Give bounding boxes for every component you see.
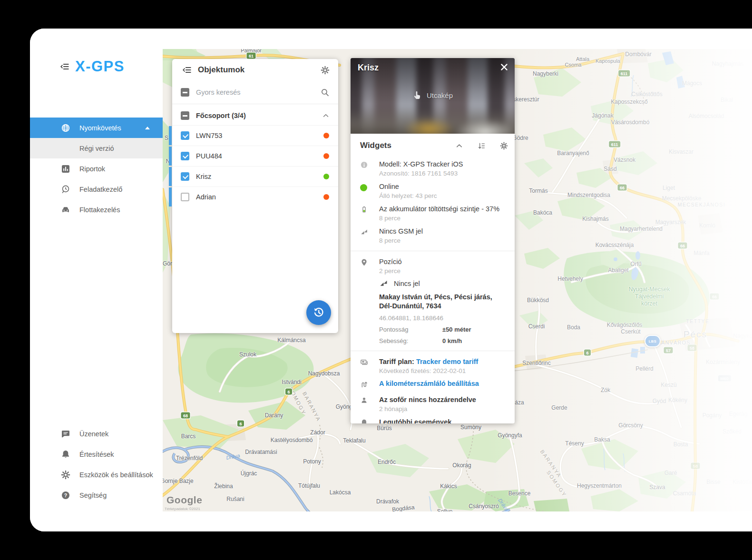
help-icon xyxy=(61,491,70,500)
device-id: Azonosító: 1816 7161 5493 xyxy=(379,170,505,177)
tracker-popup: Krisz Utcakép Widgets Modell: X-GPS Trac… xyxy=(351,58,515,423)
coordinates[interactable]: 46.064881, 18.168646 xyxy=(379,314,505,322)
collapse-panel-icon[interactable] xyxy=(182,65,192,75)
battery-icon xyxy=(360,206,368,214)
sidebar-item-label: Eszközök és beállítások xyxy=(79,471,153,479)
tracker-position-marker[interactable]: LBS xyxy=(645,335,661,347)
object-label: Adrian xyxy=(196,193,216,201)
street-view-button[interactable]: Utcakép xyxy=(351,90,515,100)
sidebar-item-label: Üzenetek xyxy=(79,430,108,438)
widget-device: Modell: X-GPS Tracker iOS Azonosító: 181… xyxy=(351,157,515,180)
tariff-card-icon xyxy=(360,358,368,366)
task-icon xyxy=(61,185,70,194)
info-icon xyxy=(360,161,368,169)
sidebar-item-label: Feladatkezelő xyxy=(79,186,122,193)
object-label: LWN753 xyxy=(196,132,222,139)
object-row-Adrian[interactable]: Adrian xyxy=(172,187,338,207)
no-signal-icon xyxy=(379,279,388,288)
select-all-checkbox[interactable] xyxy=(181,88,189,97)
bell-icon xyxy=(61,450,70,459)
history-button[interactable] xyxy=(306,300,331,325)
group-checkbox[interactable] xyxy=(181,111,189,120)
route-badge: M60 xyxy=(718,375,731,382)
accuracy-row: Pontosság ±50 méter xyxy=(379,326,505,333)
objects-list: LWN753PUU484KriszAdrian xyxy=(172,125,338,207)
sidebar-item-reports[interactable]: Riportok xyxy=(30,158,163,179)
sidebar-item-help[interactable]: Segítség xyxy=(30,485,163,505)
route-badge: 6 xyxy=(285,389,292,395)
caret-up-icon xyxy=(145,127,150,129)
widgets-title: Widgets xyxy=(360,141,391,150)
route-badge: 58 xyxy=(687,345,696,351)
gps-signal-status: Nincs jel xyxy=(394,280,420,287)
driver-status: Az sofőr nincs hozzárendelve xyxy=(379,395,505,404)
sidebar-item-messages[interactable]: Üzenetek xyxy=(30,423,163,444)
sidebar-nav: NyomkövetésRégi verzióRiportokFeladatkez… xyxy=(30,118,163,220)
sidebar-item-tracking[interactable]: Nyomkövetés xyxy=(30,118,163,138)
history-icon xyxy=(313,307,324,318)
search-input[interactable] xyxy=(196,88,321,96)
no-gsm-signal-icon xyxy=(360,228,368,236)
object-checkbox[interactable] xyxy=(181,152,189,160)
object-status-dot xyxy=(323,133,329,138)
sidebar-item-label: Segítség xyxy=(79,491,107,499)
route-badge: 68 xyxy=(181,413,190,419)
collapse-widgets-icon[interactable] xyxy=(455,142,463,150)
battery-updated: 8 perce xyxy=(379,215,505,222)
car-icon xyxy=(61,205,70,215)
object-status-dot xyxy=(323,174,329,179)
widgets-header: Widgets xyxy=(351,134,515,157)
objects-settings-gear-icon[interactable] xyxy=(321,66,330,75)
object-checkbox[interactable] xyxy=(181,193,189,201)
object-row-Krisz[interactable]: Krisz xyxy=(172,166,338,187)
object-checkbox[interactable] xyxy=(181,131,189,140)
object-checkbox[interactable] xyxy=(181,172,189,181)
object-label: PUU484 xyxy=(196,152,222,160)
sidebar-item-old-version[interactable]: Régi verzió xyxy=(30,138,163,158)
speed-value: 0 km/h xyxy=(442,337,462,344)
widget-battery: Az akkumulátor töltöttségi szintje - 37%… xyxy=(351,202,515,225)
status-duration: Álló helyzet: 43 perc xyxy=(379,192,505,200)
app-logo: X-GPS xyxy=(75,58,125,75)
sidebar-item-label: Értesítések xyxy=(79,451,114,458)
search-icon[interactable] xyxy=(321,88,330,97)
route-badge: 58 xyxy=(691,463,700,469)
objects-panel-header: Objektumok xyxy=(172,59,338,81)
sidebar-item-label: Riportok xyxy=(79,165,105,173)
street-view-label: Utcakép xyxy=(427,91,453,99)
route-badge: 611 xyxy=(609,141,620,147)
gps-signal-row: Nincs jel xyxy=(379,279,505,288)
object-row-PUU484[interactable]: PUU484 xyxy=(172,146,338,166)
street-view-preview[interactable]: Krisz Utcakép xyxy=(351,58,515,134)
sidebar-item-tasks[interactable]: Feladatkezelő xyxy=(30,179,163,199)
tariff-link[interactable]: Tracker demo tariff xyxy=(416,358,479,365)
sidebar-item-settings[interactable]: Eszközök és beállítások xyxy=(30,464,163,485)
objects-search-row xyxy=(172,81,338,104)
reorder-widgets-icon[interactable] xyxy=(478,142,486,150)
odometer-route-icon xyxy=(360,381,368,389)
odometer-settings-link[interactable]: A kilométerszámláló beállítása xyxy=(379,380,505,387)
tracker-title: Krisz xyxy=(358,63,379,73)
sidebar-item-label: Nyomkövetés xyxy=(79,124,121,132)
route-badge: 66 xyxy=(678,243,687,249)
collapse-menu-icon[interactable] xyxy=(60,62,69,71)
location-pin-icon xyxy=(360,258,368,266)
object-group-row[interactable]: Főcsoport (3/4) xyxy=(172,106,338,125)
battery-level: Az akkumulátor töltöttségi szintje - 37% xyxy=(379,205,505,213)
sidebar-item-label: Flottakezelés xyxy=(79,206,120,214)
google-logo: Google xyxy=(166,494,202,506)
chevron-up-icon[interactable] xyxy=(322,112,330,119)
widget-tariff: Tariff plan: Tracker demo tariff Követke… xyxy=(351,355,515,377)
speed-label: Sebesség: xyxy=(379,337,442,344)
close-icon[interactable] xyxy=(500,63,508,71)
object-row-LWN753[interactable]: LWN753 xyxy=(172,125,338,146)
object-label: Krisz xyxy=(196,173,211,180)
route-badge: 66 xyxy=(617,185,626,191)
widget-odometer: A kilométerszámláló beállítása xyxy=(351,377,515,393)
widgets-settings-gear-icon[interactable] xyxy=(500,142,508,150)
sidebar-item-notifications[interactable]: Értesítések xyxy=(30,444,163,464)
sidebar-item-fleet[interactable]: Flottakezelés xyxy=(30,199,163,220)
widget-status: Online Álló helyzet: 43 perc xyxy=(351,180,515,202)
sidebar-item-label: Régi verzió xyxy=(79,145,114,152)
objects-panel: Objektumok Főcsoport (3/4) LWN753PUU484K… xyxy=(172,59,338,333)
